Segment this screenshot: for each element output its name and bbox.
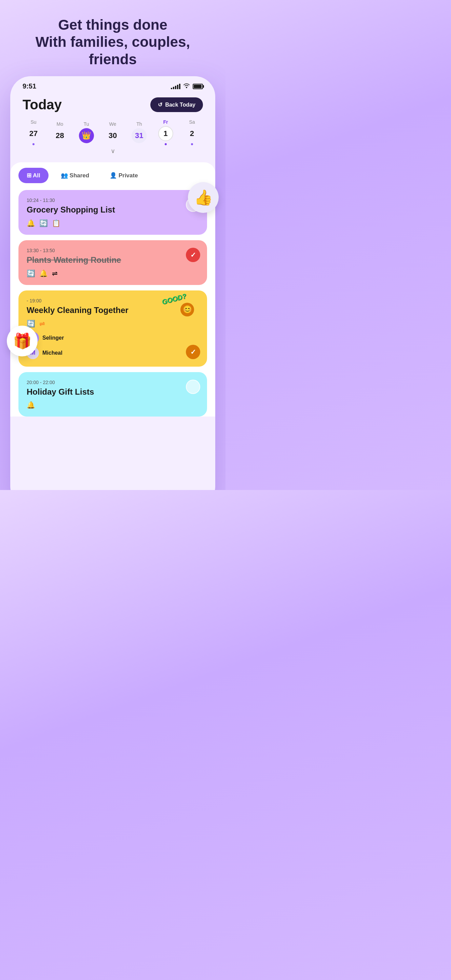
phone-container: 👍 🎁 9:51 [10, 76, 215, 490]
participant-selinger: 👩🏾 Selinger [27, 332, 199, 344]
list-icon: 📋 [52, 219, 60, 227]
task-4-icons: 🔔 [27, 401, 199, 409]
task-3-checkbox[interactable]: ✓ [186, 345, 200, 359]
signal-icon [171, 84, 180, 89]
participants-row: 👩🏾 Selinger M Micheal [27, 332, 199, 359]
back-today-button[interactable]: ↺ Back Today [150, 97, 203, 112]
day-wednesday[interactable]: We 30 [102, 121, 124, 143]
page-title: Today [22, 97, 62, 113]
recycle-icon: 🔄 [27, 269, 35, 277]
wifi-icon [183, 83, 190, 90]
task-1-time: 10:24 - 11:30 [27, 197, 199, 203]
day-monday[interactable]: Mo 28 [49, 121, 71, 143]
task-2-checkbox[interactable]: ✓ [186, 248, 200, 262]
back-today-icon: ↺ [158, 102, 162, 108]
tasks-list: 10:24 - 11:30 Grocery Shopping List 🔔 🔄 … [10, 190, 215, 417]
tab-private-label: Private [119, 172, 138, 179]
bell-icon-2: 🔔 [39, 269, 48, 277]
task-grocery[interactable]: 10:24 - 11:30 Grocery Shopping List 🔔 🔄 … [19, 190, 207, 235]
day-sunday[interactable]: Su 27 [22, 119, 44, 145]
task-holiday[interactable]: 20:00 - 22:00 Holiday Gift Lists 🔔 [19, 372, 207, 417]
day-dot-sa [191, 143, 193, 145]
hero-line2: With families, couples, friends [14, 33, 212, 68]
battery-icon [193, 84, 203, 89]
tab-all-icon: ⊞ [27, 172, 32, 179]
day-dot-fr [165, 143, 167, 145]
task-1-icons: 🔔 🔄 📋 [27, 219, 199, 227]
swap-icon: ⇌ [52, 269, 58, 277]
day-dot [32, 143, 35, 145]
day-thursday[interactable]: Th 31 [128, 121, 150, 143]
day-saturday[interactable]: Sa 2 [181, 119, 203, 145]
day-tuesday-today[interactable]: Tu 👑 [76, 121, 97, 143]
tab-shared-icon: 👥 [61, 172, 68, 179]
swap-icon-3: ⇌ [39, 320, 45, 328]
task-1-title: Grocery Shopping List [27, 205, 199, 215]
task-4-checkbox[interactable] [186, 380, 200, 394]
good-sticker-avatar: 😊 [180, 303, 194, 317]
task-3-icons: 🔄 ⇌ [27, 320, 199, 328]
hero-section: Get things done With families, couples, … [0, 0, 226, 76]
gift-float: 🎁 [7, 326, 38, 356]
filter-tabs: ⊞ All 👥 Shared 👤 Private [10, 168, 215, 183]
tab-private[interactable]: 👤 Private [102, 168, 146, 183]
task-4-time: 20:00 - 22:00 [27, 380, 199, 385]
tab-all-label: All [33, 172, 40, 179]
thumbs-up-float: 👍 [188, 182, 219, 213]
repeat-icon-3: 🔄 [27, 320, 35, 328]
bell-icon: 🔔 [27, 219, 35, 227]
repeat-icon: 🔄 [39, 219, 48, 227]
today-crown-emoji: 👑 [82, 131, 91, 140]
tab-shared[interactable]: 👥 Shared [52, 168, 97, 183]
tab-all[interactable]: ⊞ All [19, 168, 49, 183]
task-cleaning[interactable]: GOOD? 😊 - 19:00 Weekly Cleaning Together… [19, 290, 207, 367]
task-2-time: 13:30 - 13:50 [27, 248, 199, 253]
status-icons [171, 83, 203, 90]
task-2-icons: 🔄 🔔 ⇌ [27, 269, 199, 277]
day-friday[interactable]: Fr 1 [155, 119, 177, 145]
task-3-title: Weekly Cleaning Together [27, 305, 199, 315]
task-4-title: Holiday Gift Lists [27, 387, 199, 397]
phone-frame: 9:51 [10, 76, 215, 490]
hero-line1: Get things done [14, 16, 212, 33]
app-header: Today ↺ Back Today [10, 94, 215, 119]
content-area: ⊞ All 👥 Shared 👤 Private 10:24 - 11:30 G… [10, 162, 215, 417]
calendar-expand-chevron[interactable]: ∨ [17, 145, 208, 159]
task-plants[interactable]: 13:30 - 13:50 Plants Watering Routine 🔄 … [19, 240, 207, 285]
days-row: Su 27 Mo 28 Tu 👑 We [17, 119, 208, 145]
participant-micheal: M Micheal [27, 347, 199, 359]
bell-icon-4: 🔔 [27, 401, 35, 409]
status-bar: 9:51 [10, 76, 215, 94]
tab-shared-label: Shared [70, 172, 89, 179]
participant-selinger-name: Selinger [42, 335, 64, 341]
tab-private-icon: 👤 [110, 172, 117, 179]
participant-micheal-name: Micheal [42, 350, 62, 356]
calendar-strip: Su 27 Mo 28 Tu 👑 We [10, 119, 215, 159]
task-2-title: Plants Watering Routine [27, 255, 199, 265]
status-time: 9:51 [22, 82, 36, 90]
back-today-label: Back Today [165, 102, 195, 108]
